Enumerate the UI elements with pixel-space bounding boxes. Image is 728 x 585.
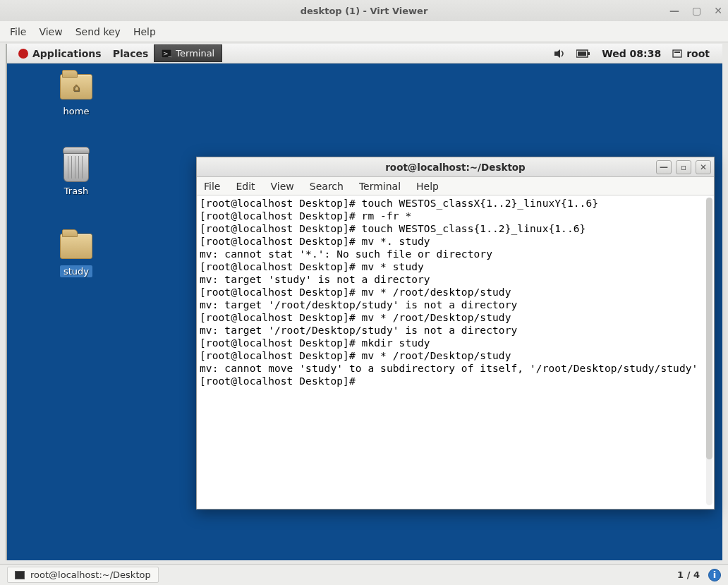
terminal-titlebar[interactable]: root@localhost:~/Desktop — ▫ ✕ <box>197 157 714 177</box>
host-maximize-button[interactable]: ▢ <box>692 5 701 16</box>
svg-rect-6 <box>673 50 681 57</box>
clock-label: Wed 08:38 <box>602 48 661 59</box>
host-task-label: root@localhost:~/Desktop <box>30 569 151 580</box>
terminal-maximize-button[interactable]: ▫ <box>676 160 691 174</box>
desktop-icon-home-label: home <box>63 106 90 116</box>
host-task-terminal[interactable]: root@localhost:~/Desktop <box>7 567 159 583</box>
user-label: root <box>686 48 710 59</box>
volume-indicator[interactable] <box>554 49 565 59</box>
workspace-pager[interactable]: 1 / 4 <box>677 569 700 580</box>
terminal-icon <box>15 571 25 579</box>
places-label: Places <box>113 48 149 59</box>
gnome-top-panel: Applications Places >_ Terminal Wed 08:3… <box>7 44 722 64</box>
home-icon: ⌂ <box>73 80 80 94</box>
host-taskbar: root@localhost:~/Desktop 1 / 4 i <box>0 564 728 585</box>
terminal-menubar: File Edit View Search Terminal Help <box>197 177 714 195</box>
terminal-minimize-button[interactable]: — <box>656 160 672 174</box>
volume-icon <box>554 49 565 59</box>
terminal-close-button[interactable]: ✕ <box>696 160 711 174</box>
svg-rect-7 <box>674 52 680 53</box>
desktop-icon-study-label: study <box>60 265 92 277</box>
host-window-titlebar: desktop (1) - Virt Viewer — ▢ ✕ <box>0 0 728 21</box>
terminal-menu-file[interactable]: File <box>204 181 220 192</box>
folder-icon <box>60 234 92 259</box>
terminal-scrollbar-thumb[interactable] <box>706 198 712 459</box>
terminal-content[interactable]: [root@localhost Desktop]# touch WESTOS_c… <box>197 195 714 509</box>
applications-menu[interactable]: Applications <box>13 48 107 59</box>
places-menu[interactable]: Places <box>107 48 154 59</box>
user-menu[interactable]: root <box>672 48 710 59</box>
trash-icon <box>63 151 89 182</box>
taskbar-terminal-button[interactable]: >_ Terminal <box>154 44 222 62</box>
host-close-button[interactable]: ✕ <box>714 5 722 16</box>
battery-icon <box>576 49 590 58</box>
terminal-window[interactable]: root@localhost:~/Desktop — ▫ ✕ File Edit… <box>196 157 715 509</box>
terminal-scrollbar[interactable] <box>706 198 712 505</box>
battery-indicator[interactable] <box>576 49 590 58</box>
guest-screen: Applications Places >_ Terminal Wed 08:3… <box>6 44 722 560</box>
user-icon <box>672 49 682 59</box>
desktop-icons: ⌂ home Trash study <box>48 72 104 277</box>
svg-text:>_: >_ <box>163 50 171 57</box>
svg-rect-4 <box>578 52 586 56</box>
desktop-icon-study[interactable]: study <box>48 231 104 277</box>
host-menu-sendkey[interactable]: Send key <box>75 26 121 37</box>
svg-marker-2 <box>554 49 560 58</box>
svg-rect-5 <box>588 52 590 55</box>
host-window-title: desktop (1) - Virt Viewer <box>301 6 428 16</box>
host-menubar: File View Send key Help <box>0 21 728 42</box>
desktop-icon-home[interactable]: ⌂ home <box>48 72 104 116</box>
applications-label: Applications <box>32 48 102 59</box>
host-menu-file[interactable]: File <box>10 26 26 37</box>
terminal-menu-search[interactable]: Search <box>310 181 344 192</box>
desktop-icon-trash-label: Trash <box>64 186 88 196</box>
clock[interactable]: Wed 08:38 <box>602 48 661 59</box>
taskbar-terminal-label: Terminal <box>176 48 214 59</box>
terminal-menu-terminal[interactable]: Terminal <box>359 181 401 192</box>
host-minimize-button[interactable]: — <box>669 5 679 16</box>
terminal-title: root@localhost:~/Desktop <box>385 162 526 173</box>
info-icon[interactable]: i <box>708 569 721 581</box>
host-menu-help[interactable]: Help <box>133 26 156 37</box>
host-menu-view[interactable]: View <box>39 26 62 37</box>
terminal-menu-help[interactable]: Help <box>416 181 439 192</box>
terminal-menu-view[interactable]: View <box>271 181 294 192</box>
fedora-icon <box>18 49 28 59</box>
terminal-icon: >_ <box>162 49 171 58</box>
desktop-icon-trash[interactable]: Trash <box>48 152 104 196</box>
terminal-menu-edit[interactable]: Edit <box>236 181 255 192</box>
